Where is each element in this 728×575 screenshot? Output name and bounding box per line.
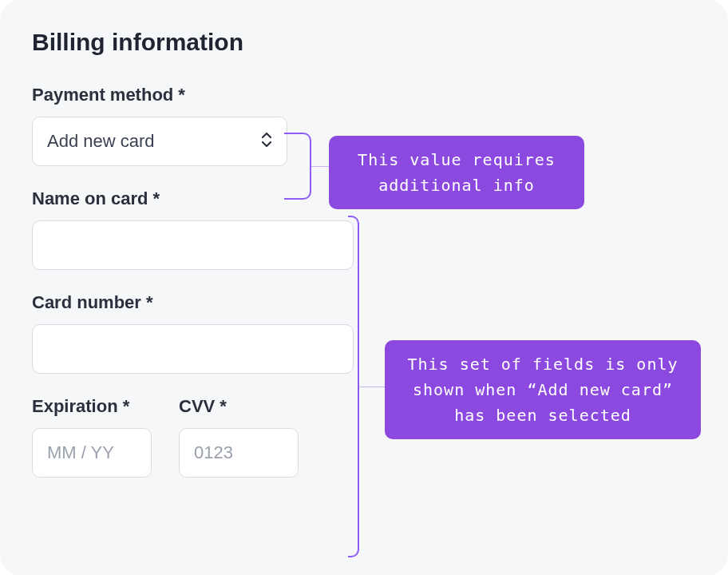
payment-method-select[interactable]: Add new card xyxy=(32,117,287,166)
expiration-label: Expiration * xyxy=(32,396,152,417)
card-number-input[interactable] xyxy=(32,324,354,374)
billing-card: Billing information Payment method * Add… xyxy=(0,0,728,575)
expiration-group: Expiration * xyxy=(32,396,152,478)
payment-method-value[interactable]: Add new card xyxy=(32,117,287,166)
page-title: Billing information xyxy=(32,29,696,56)
connector-line xyxy=(359,387,385,387)
annotation-conditional-fields: This set of fields is only shown when “A… xyxy=(385,340,701,439)
cvv-input[interactable] xyxy=(179,428,299,478)
bracket-icon xyxy=(348,216,359,557)
payment-method-label: Payment method * xyxy=(32,85,696,105)
expiration-input[interactable] xyxy=(32,428,152,478)
cvv-label: CVV * xyxy=(179,396,299,417)
connector-line xyxy=(311,166,329,167)
card-number-label: Card number * xyxy=(32,292,696,313)
name-on-card-input[interactable] xyxy=(32,220,354,270)
annotation-requires-info: This value requires additional info xyxy=(329,136,584,209)
cvv-group: CVV * xyxy=(179,396,299,478)
bracket-icon xyxy=(284,133,311,200)
